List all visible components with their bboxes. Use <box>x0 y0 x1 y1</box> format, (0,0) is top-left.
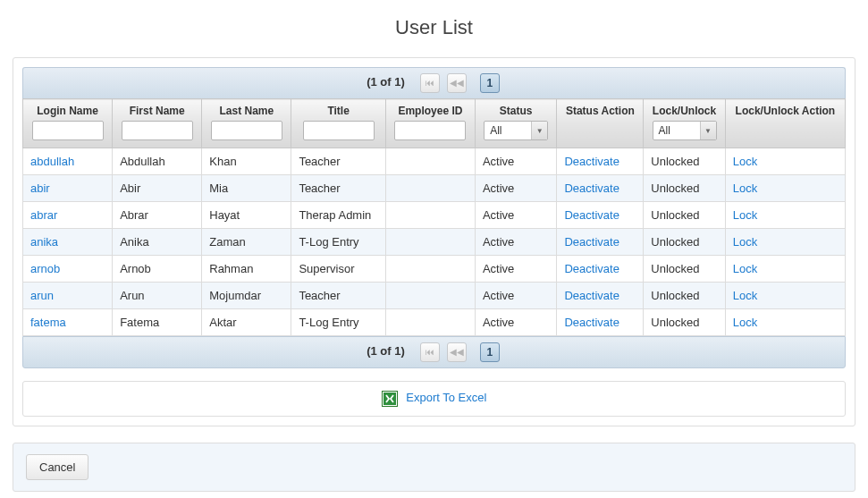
filter-login-name[interactable] <box>32 121 104 140</box>
cell-first-name: Abrar <box>113 202 202 229</box>
table-row: fatemaFatemaAktarT-Log EntryActiveDeacti… <box>23 309 846 336</box>
filter-status-select[interactable]: All ▼ <box>484 121 548 140</box>
cell-title: Teacher <box>291 283 385 309</box>
login-link[interactable]: fatema <box>30 316 66 329</box>
user-list-panel: (1 of 1) ⏮ ◀◀ 1 Login Name First Name La… <box>13 57 855 426</box>
cell-title: Therap Admin <box>291 202 385 229</box>
login-link[interactable]: abir <box>30 181 50 195</box>
status-action-link[interactable]: Deactivate <box>564 208 619 222</box>
cell-first-name: Arun <box>113 283 202 309</box>
filter-lock-select[interactable]: All ▼ <box>653 121 717 140</box>
first-page-button[interactable]: ⏮ <box>420 73 440 93</box>
cell-first-name: Arnob <box>113 256 202 283</box>
cell-last-name: Zaman <box>202 229 291 256</box>
cell-last-name: Khan <box>202 148 291 175</box>
cell-employee-id <box>385 202 475 229</box>
chevron-down-icon: ▼ <box>700 122 716 139</box>
cell-first-name: Abir <box>113 175 202 202</box>
col-status-action: Status Action <box>557 99 644 148</box>
login-link[interactable]: abdullah <box>30 155 74 168</box>
cell-title: Supervisor <box>291 256 385 283</box>
lock-action-link[interactable]: Lock <box>733 235 757 249</box>
col-login-name: Login Name <box>23 99 113 148</box>
prev-page-button[interactable]: ◀◀ <box>447 73 467 93</box>
cell-status: Active <box>475 283 557 309</box>
login-link[interactable]: abrar <box>30 208 57 222</box>
col-lock-unlock-action-label: Lock/Unlock Action <box>731 105 839 117</box>
col-employee-id: Employee ID <box>385 99 475 148</box>
cell-last-name: Aktar <box>202 309 291 336</box>
lock-action-link[interactable]: Lock <box>733 208 757 222</box>
cell-last-name: Mojumdar <box>202 283 291 309</box>
lock-action-link[interactable]: Lock <box>733 262 757 275</box>
filter-employee-id[interactable] <box>394 121 466 140</box>
cell-lock: Unlocked <box>644 256 726 283</box>
status-action-link[interactable]: Deactivate <box>564 289 619 302</box>
prev-page-button-bottom[interactable]: ◀◀ <box>447 342 467 362</box>
first-page-button-bottom[interactable]: ⏮ <box>420 342 440 362</box>
cell-employee-id <box>385 256 475 283</box>
cell-status: Active <box>475 202 557 229</box>
table-row: arnobArnobRahmanSupervisorActiveDeactiva… <box>23 256 846 283</box>
col-status-action-label: Status Action <box>562 105 637 117</box>
filter-last-name[interactable] <box>211 121 282 140</box>
table-row: abdullahAbdullahKhanTeacherActiveDeactiv… <box>23 148 846 175</box>
footer-panel: Cancel <box>13 443 855 492</box>
cell-last-name: Hayat <box>202 202 291 229</box>
cancel-button[interactable]: Cancel <box>26 454 88 480</box>
col-status: Status All ▼ <box>475 99 557 148</box>
export-excel-label: Export To Excel <box>406 391 486 404</box>
cell-first-name: Abdullah <box>113 148 202 175</box>
export-bar: Export To Excel <box>22 381 846 417</box>
cell-title: T-Log Entry <box>291 309 385 336</box>
col-login-name-label: Login Name <box>29 105 106 117</box>
cell-status: Active <box>475 229 557 256</box>
filter-title[interactable] <box>303 121 375 140</box>
cell-lock: Unlocked <box>644 229 726 256</box>
cell-employee-id <box>385 229 475 256</box>
col-employee-id-label: Employee ID <box>392 105 469 117</box>
cell-lock: Unlocked <box>644 148 726 175</box>
paginator-top-label: (1 of 1) <box>367 75 405 89</box>
cell-lock: Unlocked <box>644 175 726 202</box>
lock-action-link[interactable]: Lock <box>733 316 757 329</box>
table-row: anikaAnikaZamanT-Log EntryActiveDeactiva… <box>23 229 846 256</box>
cell-status: Active <box>475 148 557 175</box>
login-link[interactable]: anika <box>30 235 58 249</box>
cell-title: Teacher <box>291 175 385 202</box>
lock-action-link[interactable]: Lock <box>733 181 757 195</box>
cell-lock: Unlocked <box>644 283 726 309</box>
page-1-button-bottom[interactable]: 1 <box>480 342 500 362</box>
login-link[interactable]: arnob <box>30 262 60 275</box>
cell-status: Active <box>475 309 557 336</box>
status-action-link[interactable]: Deactivate <box>564 262 619 275</box>
status-action-link[interactable]: Deactivate <box>564 235 619 249</box>
excel-icon <box>382 391 398 407</box>
page-1-button[interactable]: 1 <box>480 73 500 93</box>
filter-status-value: All <box>485 122 531 139</box>
cell-title: Teacher <box>291 148 385 175</box>
paginator-top: (1 of 1) ⏮ ◀◀ 1 <box>22 67 846 98</box>
lock-action-link[interactable]: Lock <box>733 155 757 168</box>
cell-title: T-Log Entry <box>291 229 385 256</box>
table-row: abirAbirMiaTeacherActiveDeactivateUnlock… <box>23 175 846 202</box>
col-title: Title <box>291 99 385 148</box>
filter-first-name[interactable] <box>122 121 193 140</box>
status-action-link[interactable]: Deactivate <box>564 316 619 329</box>
status-action-link[interactable]: Deactivate <box>564 181 619 195</box>
lock-action-link[interactable]: Lock <box>733 289 757 302</box>
status-action-link[interactable]: Deactivate <box>564 155 619 168</box>
col-first-name: First Name <box>113 99 202 148</box>
chevron-down-icon: ▼ <box>531 122 547 139</box>
cell-employee-id <box>385 283 475 309</box>
cell-employee-id <box>385 148 475 175</box>
col-title-label: Title <box>297 105 379 117</box>
paginator-bottom-label: (1 of 1) <box>367 344 405 358</box>
col-lock-unlock: Lock/Unlock All ▼ <box>644 99 726 148</box>
col-first-name-label: First Name <box>118 105 196 117</box>
page-title: User List <box>13 16 855 39</box>
login-link[interactable]: arun <box>30 289 54 302</box>
export-excel-link[interactable]: Export To Excel <box>382 391 487 404</box>
cell-first-name: Anika <box>113 229 202 256</box>
cell-lock: Unlocked <box>644 309 726 336</box>
